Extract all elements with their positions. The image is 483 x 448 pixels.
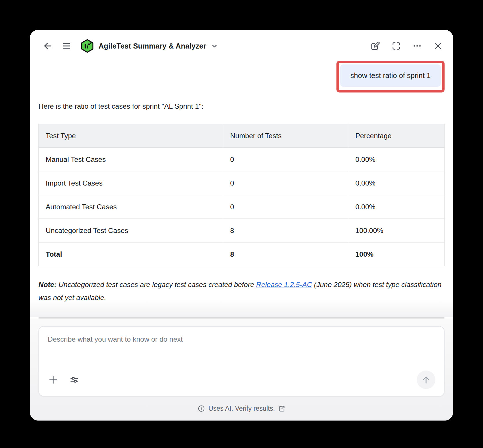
expand-button[interactable]: [391, 41, 401, 51]
test-ratio-table: Test Type Number of Tests Percentage Man…: [38, 124, 445, 266]
chat-messages: show test ratio of sprint 1 Here is the …: [30, 59, 453, 317]
table-row: Manual Test Cases 0 0.00%: [39, 148, 445, 171]
column-header-number-of-tests: Number of Tests: [223, 124, 348, 148]
table-row: Automated Test Cases 0 0.00%: [39, 195, 445, 219]
cell-percentage: 0.00%: [348, 195, 445, 219]
page-title: AgileTest Summary & Analyzer: [99, 42, 206, 50]
annotation-highlight-box: show test ratio of sprint 1: [336, 61, 445, 92]
back-arrow-icon: [42, 41, 53, 51]
table-row: Uncategorized Test Cases 8 100.00%: [39, 219, 445, 242]
composer-input[interactable]: [48, 335, 435, 371]
ellipsis-icon: [412, 41, 422, 51]
cell-test-type: Import Test Cases: [39, 171, 223, 195]
footer-text: Uses AI. Verify results.: [208, 405, 275, 412]
cell-total-percentage: 100%: [348, 242, 445, 266]
composer: [38, 326, 445, 397]
header: AgileTest Summary & Analyzer: [30, 30, 453, 59]
composer-toolbar: [48, 371, 435, 389]
attach-button[interactable]: [48, 374, 59, 385]
cell-percentage: 0.00%: [348, 171, 445, 195]
cell-count: 0: [223, 195, 348, 219]
assistant-note-text: Note: Uncategorized test cases are legac…: [38, 278, 445, 304]
table-row: Import Test Cases 0 0.00%: [39, 171, 445, 195]
external-link-icon: [278, 405, 286, 412]
close-icon: [433, 41, 443, 51]
send-arrow-icon: [421, 375, 431, 385]
app-window: AgileTest Summary & Analyzer show test r…: [30, 30, 453, 421]
info-icon: [197, 405, 205, 412]
plus-icon: [48, 374, 59, 385]
column-header-test-type: Test Type: [39, 124, 223, 148]
cell-count: 0: [223, 148, 348, 171]
cell-test-type: Manual Test Cases: [39, 148, 223, 171]
menu-button[interactable]: [62, 41, 71, 51]
cell-total-count: 8: [223, 242, 348, 266]
footer-disclaimer: Uses AI. Verify results.: [38, 397, 445, 421]
cell-total-label: Total: [39, 242, 223, 266]
edit-compose-icon: [370, 41, 380, 51]
assistant-intro-text: Here is the ratio of test cases for spri…: [38, 102, 445, 110]
settings-button[interactable]: [69, 375, 79, 385]
close-button[interactable]: [433, 41, 443, 51]
note-label: Note:: [38, 281, 57, 288]
bottom-panel: Uses AI. Verify results.: [30, 319, 453, 421]
chevron-down-icon: [210, 42, 219, 50]
cell-count: 8: [223, 219, 348, 242]
column-header-percentage: Percentage: [348, 124, 445, 148]
sliders-icon: [69, 375, 79, 385]
user-message-bubble: show test ratio of sprint 1: [340, 64, 441, 87]
cell-percentage: 0.00%: [348, 148, 445, 171]
table-total-row: Total 8 100%: [39, 242, 445, 266]
hamburger-menu-icon: [62, 41, 71, 51]
release-notes-link[interactable]: Release 1.2.5-AC: [256, 281, 312, 288]
send-button[interactable]: [417, 371, 435, 389]
note-text-1: Uncategorized test cases are legacy test…: [57, 281, 256, 288]
agiletest-logo-icon: [80, 38, 95, 53]
cell-count: 0: [223, 171, 348, 195]
new-chat-button[interactable]: [370, 41, 380, 51]
user-message-row: show test ratio of sprint 1: [38, 61, 445, 92]
table-header-row: Test Type Number of Tests Percentage: [39, 124, 445, 148]
fullscreen-expand-icon: [391, 41, 401, 51]
app-title-dropdown[interactable]: AgileTest Summary & Analyzer: [80, 38, 219, 53]
back-button[interactable]: [42, 41, 53, 51]
footer-link[interactable]: Uses AI. Verify results.: [197, 405, 286, 412]
cell-test-type: Uncategorized Test Cases: [39, 219, 223, 242]
cell-percentage: 100.00%: [348, 219, 445, 242]
more-options-button[interactable]: [412, 41, 422, 51]
cell-test-type: Automated Test Cases: [39, 195, 223, 219]
